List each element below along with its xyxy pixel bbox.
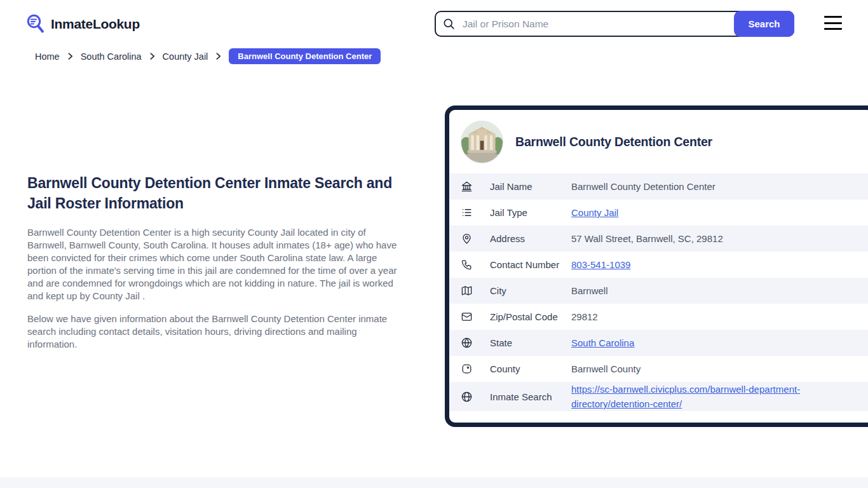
row-value: Barnwell [571,283,868,298]
globe-icon [461,337,490,349]
breadcrumb-current-badge: Barnwell County Detention Center [229,48,381,64]
mail-icon [461,311,490,323]
jail-details-table: Jail NameBarnwell County Detention Cente… [449,173,868,411]
bank-icon [461,180,490,193]
table-row: Zip/Postal Code29812 [449,304,868,330]
table-row: CityBarnwell [449,278,868,304]
county-map-icon [461,363,490,375]
jail-card-header: Barnwell County Detention Center [449,110,868,173]
row-value: County Jail [571,205,868,220]
map-pin-icon [461,233,490,245]
table-row: StateSouth Carolina [449,330,868,356]
search-button[interactable]: Search [734,11,794,37]
row-value: Barnwell County [571,362,868,376]
logo-text: InmateLookup [51,17,140,32]
chevron-right-icon [214,52,222,60]
breadcrumb: Home South Carolina County Jail Barnwell… [35,48,381,64]
table-row: CountyBarnwell County [449,356,868,382]
magnifier-doc-logo-icon [25,13,46,35]
breadcrumb-county-jail[interactable]: County Jail [163,51,208,62]
page: InmateLookup Search Home South Carolina … [0,0,868,488]
footer-strip [0,477,868,488]
list-icon [461,207,490,219]
row-value: 803-541-1039 [571,257,868,272]
row-value: South Carolina [571,336,868,350]
row-label: Contact Number [490,259,571,270]
table-row: Jail NameBarnwell County Detention Cente… [449,173,868,200]
row-label: Address [490,233,571,244]
row-value-link[interactable]: https://sc-barnwell.civicplus.com/barnwe… [571,384,800,409]
row-label: City [490,285,571,296]
breadcrumb-state[interactable]: South Carolina [81,51,142,62]
row-value: 29812 [571,309,868,324]
intro-section: Barnwell County Detention Center Inmate … [27,173,402,351]
chevron-right-icon [66,52,74,60]
row-label: Inmate Search [490,391,571,402]
row-value: 57 Wall Street, Barnwell, SC, 29812 [571,231,868,246]
jail-building-photo [461,121,503,163]
page-title: Barnwell County Detention Center Inmate … [27,173,402,214]
row-value-link[interactable]: South Carolina [571,337,634,348]
row-label: Jail Name [490,181,571,192]
table-row: Contact Number803-541-1039 [449,252,868,278]
site-logo[interactable]: InmateLookup [25,13,140,35]
table-row: Inmate Searchhttps://sc-barnwell.civicpl… [449,382,868,411]
row-label: County [490,363,571,374]
intro-paragraph: Below we have given information about th… [27,313,402,351]
search-bar: Search [435,11,794,37]
table-row: Address57 Wall Street, Barnwell, SC, 298… [449,226,868,252]
intro-paragraph: Barnwell County Detention Center is a hi… [27,226,402,302]
web-icon [461,391,490,403]
jail-card-title: Barnwell County Detention Center [515,135,712,149]
row-value-link[interactable]: 803-541-1039 [571,259,630,270]
row-label: Zip/Postal Code [490,311,571,322]
chevron-right-icon [148,52,156,60]
row-label: Jail Type [490,207,571,218]
table-row: Jail TypeCounty Jail [449,200,868,226]
phone-icon [461,259,490,271]
row-label: State [490,337,571,348]
map-icon [461,285,490,297]
row-value: Barnwell County Detention Center [571,179,868,194]
menu-hamburger-icon[interactable] [824,16,842,30]
jail-info-card: Barnwell County Detention Center Jail Na… [445,105,868,427]
breadcrumb-home[interactable]: Home [35,51,60,62]
row-value: https://sc-barnwell.civicplus.com/barnwe… [571,382,868,411]
row-value-link[interactable]: County Jail [571,207,618,218]
